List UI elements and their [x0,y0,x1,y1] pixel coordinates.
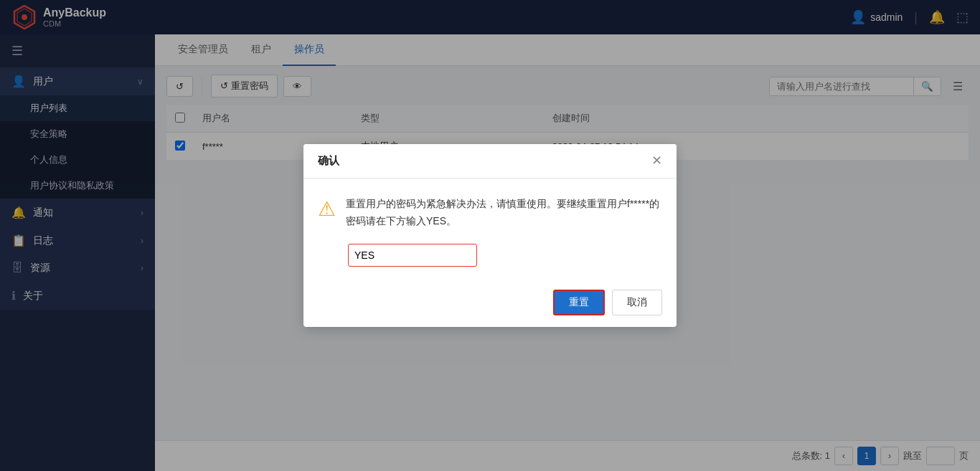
confirm-reset-button[interactable]: 重置 [553,290,605,315]
dialog-header: 确认 ✕ [303,144,677,179]
warning-icon: ⚠ [318,197,336,221]
cancel-button[interactable]: 取消 [612,290,662,315]
dialog-warning: ⚠ 重置用户的密码为紧急解决办法，请慎重使用。要继续重置用户f*****的密码请… [318,196,662,230]
dialog-title: 确认 [318,154,339,168]
dialog-footer: 重置 取消 [303,281,677,327]
modal-overlay: 确认 ✕ ⚠ 重置用户的密码为紧急解决办法，请慎重使用。要继续重置用户f****… [0,0,980,471]
confirm-dialog: 确认 ✕ ⚠ 重置用户的密码为紧急解决办法，请慎重使用。要继续重置用户f****… [303,144,677,328]
dialog-body: ⚠ 重置用户的密码为紧急解决办法，请慎重使用。要继续重置用户f*****的密码请… [303,179,677,282]
yes-confirmation-input[interactable] [348,244,477,267]
warning-text: 重置用户的密码为紧急解决办法，请慎重使用。要继续重置用户f*****的密码请在下… [346,196,662,230]
dialog-close-button[interactable]: ✕ [651,154,662,167]
